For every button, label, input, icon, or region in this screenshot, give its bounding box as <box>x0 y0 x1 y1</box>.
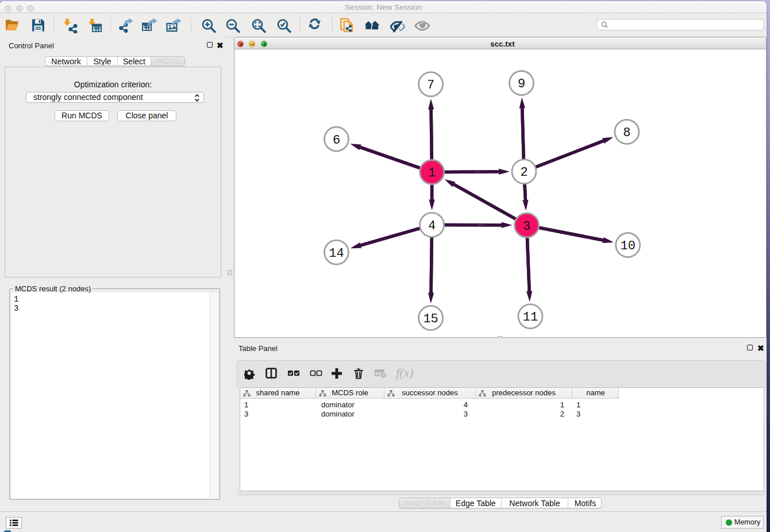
svg-text:1: 1 <box>428 166 436 180</box>
svg-text:9: 9 <box>518 77 525 91</box>
svg-text:10: 10 <box>620 239 635 253</box>
svg-text:3: 3 <box>523 219 530 234</box>
svg-text:2: 2 <box>520 165 528 180</box>
svg-text:11: 11 <box>523 310 538 325</box>
svg-text:14: 14 <box>329 246 344 261</box>
svg-text:6: 6 <box>333 133 340 148</box>
svg-text:15: 15 <box>423 312 438 326</box>
svg-text:8: 8 <box>623 126 630 140</box>
svg-text:4: 4 <box>428 219 436 233</box>
svg-text:7: 7 <box>427 78 434 92</box>
